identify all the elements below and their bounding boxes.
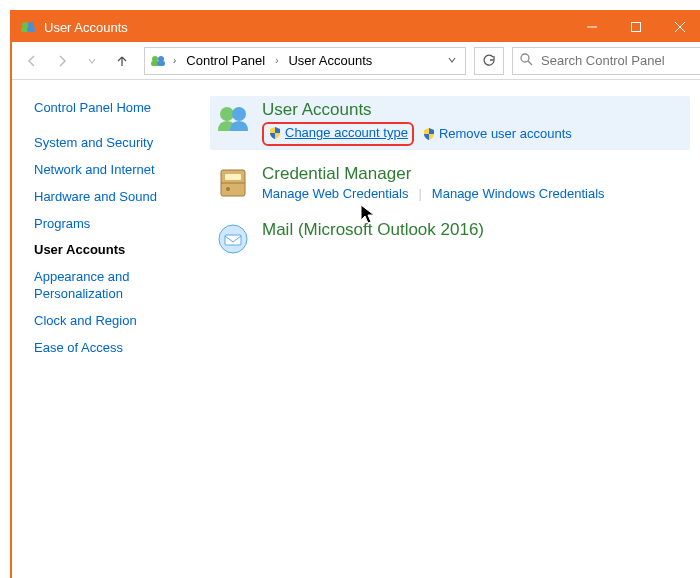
- back-button[interactable]: [18, 47, 46, 75]
- sidebar-item-appearance[interactable]: Appearance and Personalization: [34, 269, 180, 303]
- svg-point-14: [220, 107, 234, 121]
- annotation-highlight: Change account type: [262, 122, 414, 146]
- shield-icon: [422, 127, 436, 141]
- sidebar-item-system-security[interactable]: System and Security: [34, 135, 180, 152]
- toolbar: › Control Panel › User Accounts: [12, 42, 700, 80]
- link-change-account-type[interactable]: Change account type: [268, 125, 408, 140]
- maximize-button[interactable]: [614, 12, 658, 42]
- svg-rect-11: [157, 61, 165, 66]
- breadcrumb-user-accounts[interactable]: User Accounts: [284, 51, 376, 70]
- minimize-button[interactable]: [570, 12, 614, 42]
- svg-point-18: [226, 187, 230, 191]
- mail-icon: [214, 220, 252, 258]
- svg-point-12: [521, 54, 529, 62]
- window-controls: [570, 12, 700, 42]
- svg-rect-3: [27, 27, 35, 32]
- link-manage-windows-credentials[interactable]: Manage Windows Credentials: [432, 186, 605, 201]
- search-input[interactable]: [539, 52, 700, 69]
- category-title-user-accounts[interactable]: User Accounts: [262, 100, 686, 120]
- svg-line-13: [528, 61, 532, 65]
- category-title-mail[interactable]: Mail (Microsoft Outlook 2016): [262, 220, 686, 240]
- sidebar-item-network-internet[interactable]: Network and Internet: [34, 162, 180, 179]
- sidebar-item-programs[interactable]: Programs: [34, 216, 180, 233]
- chevron-icon[interactable]: ›: [273, 55, 280, 66]
- svg-point-15: [232, 107, 246, 121]
- search-icon: [519, 52, 533, 69]
- recent-locations-dropdown[interactable]: [78, 47, 106, 75]
- breadcrumb-control-panel[interactable]: Control Panel: [182, 51, 269, 70]
- sidebar-item-user-accounts[interactable]: User Accounts: [34, 242, 180, 259]
- svg-rect-20: [225, 235, 241, 245]
- user-accounts-icon: [149, 52, 167, 70]
- breadcrumb-dropdown[interactable]: [443, 53, 461, 68]
- refresh-button[interactable]: [474, 47, 504, 75]
- user-accounts-category-icon: [214, 100, 252, 138]
- link-manage-web-credentials[interactable]: Manage Web Credentials: [262, 186, 408, 201]
- breadcrumb-bar[interactable]: › Control Panel › User Accounts: [144, 47, 466, 75]
- sidebar-item-hardware-sound[interactable]: Hardware and Sound: [34, 189, 180, 206]
- link-remove-user-accounts[interactable]: Remove user accounts: [422, 126, 572, 141]
- user-accounts-app-icon: [20, 19, 36, 35]
- credential-manager-icon: [214, 164, 252, 202]
- separator: |: [418, 186, 421, 201]
- sidebar-item-ease-of-access[interactable]: Ease of Access: [34, 340, 180, 357]
- link-text: Remove user accounts: [439, 126, 572, 141]
- sidebar: Control Panel Home System and Security N…: [12, 80, 192, 578]
- svg-rect-5: [632, 23, 641, 32]
- chevron-icon[interactable]: ›: [171, 55, 178, 66]
- up-button[interactable]: [108, 47, 136, 75]
- sidebar-home[interactable]: Control Panel Home: [34, 100, 180, 117]
- category-mail: Mail (Microsoft Outlook 2016): [210, 216, 690, 262]
- content-body: Control Panel Home System and Security N…: [12, 80, 700, 578]
- close-button[interactable]: [658, 12, 700, 42]
- titlebar: User Accounts: [12, 12, 700, 42]
- window-title: User Accounts: [44, 20, 570, 35]
- link-text: Change account type: [285, 125, 408, 140]
- shield-icon: [268, 126, 282, 140]
- category-credential-manager: Credential Manager Manage Web Credential…: [210, 160, 690, 206]
- window: User Accounts: [10, 10, 700, 578]
- category-title-credential-manager[interactable]: Credential Manager: [262, 164, 686, 184]
- search-box[interactable]: [512, 47, 700, 75]
- svg-rect-17: [225, 174, 241, 180]
- main-panel: User Accounts: [192, 80, 700, 578]
- forward-button[interactable]: [48, 47, 76, 75]
- sidebar-item-clock-region[interactable]: Clock and Region: [34, 313, 180, 330]
- category-user-accounts: User Accounts: [210, 96, 690, 150]
